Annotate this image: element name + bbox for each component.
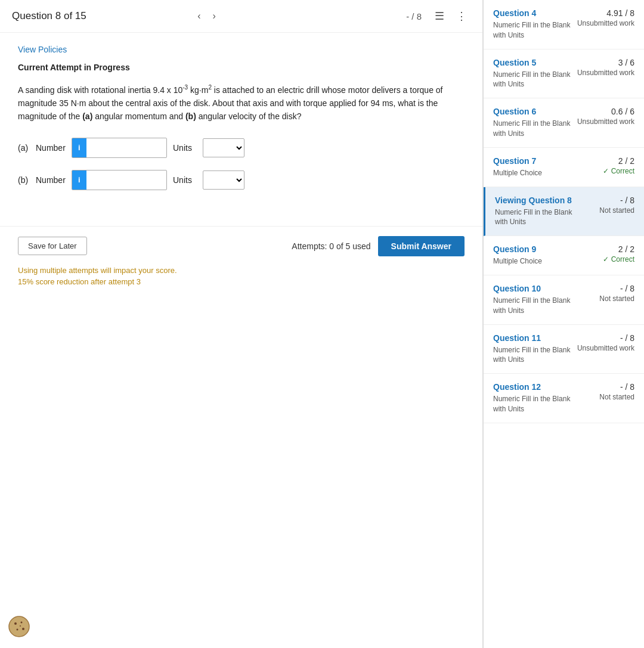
sidebar-q-type-q10: Numeric Fill in the Blank with Units: [493, 296, 581, 316]
svg-point-2: [21, 622, 23, 624]
view-policies-link[interactable]: View Policies: [18, 45, 67, 54]
sidebar-q-title-q12: Question 12: [493, 382, 581, 392]
sidebar-q-title-q4: Question 4: [493, 8, 577, 18]
sidebar-status-q7: ✓ Correct: [581, 167, 634, 175]
question-header: Question 8 of 15 ‹ › - / 8 ☰ ⋮: [0, 0, 482, 33]
part-b-number-input[interactable]: [86, 170, 152, 190]
sidebar-q-title-q10: Question 10: [493, 284, 581, 293]
submit-answer-button[interactable]: Submit Answer: [378, 236, 465, 256]
sidebar-status-q12: Not started: [581, 393, 634, 401]
question-text-part2: kg·m: [188, 85, 208, 95]
question-body: View Policies Current Attempt in Progres…: [0, 33, 482, 214]
next-button[interactable]: ›: [209, 10, 219, 23]
question-bold2: (b): [185, 111, 196, 121]
more-icon-button[interactable]: ⋮: [453, 8, 470, 24]
question-bold1: (a): [82, 111, 92, 121]
part-a-row: (a) Number i Units: [18, 138, 465, 158]
question-exponent1: -3: [182, 84, 188, 91]
sidebar-status-q8: Not started: [581, 206, 634, 215]
sidebar-item-q11[interactable]: Question 11Numeric Fill in the Blank wit…: [484, 325, 644, 374]
sidebar-q-type-q12: Numeric Fill in the Blank with Units: [493, 394, 581, 414]
part-b-number-label: Number: [36, 175, 66, 185]
part-a-info-button[interactable]: i: [72, 138, 86, 157]
warning-line2: 15% score reduction after attempt 3: [18, 276, 465, 288]
sidebar-score-q9: 2 / 2: [581, 244, 634, 254]
sidebar: Question 4Numeric Fill in the Blank with…: [483, 0, 644, 648]
svg-point-4: [17, 629, 18, 631]
sidebar-status-q9: ✓ Correct: [581, 255, 634, 263]
question-title: Question 8 of 15: [12, 10, 189, 22]
sidebar-item-q9[interactable]: Question 9Multiple Choice2 / 2✓ Correct: [484, 236, 644, 275]
sidebar-status-q6: Unsubmitted work: [577, 117, 634, 126]
part-a-number-label: Number: [36, 143, 66, 153]
sidebar-q-type-q9: Multiple Choice: [493, 256, 581, 266]
sidebar-q-type-q4: Numeric Fill in the Blank with Units: [493, 20, 577, 41]
sidebar-score-q8: - / 8: [581, 196, 634, 205]
attempt-warning: Using multiple attempts will impact your…: [18, 265, 465, 288]
sidebar-q-type-q11: Numeric Fill in the Blank with Units: [493, 345, 577, 365]
part-b-info-button[interactable]: i: [72, 170, 86, 190]
sidebar-item-q5[interactable]: Question 5Numeric Fill in the Blank with…: [484, 49, 644, 99]
question-footer: Save for Later Attempts: 0 of 5 used Sub…: [0, 226, 482, 297]
sidebar-q-type-q5: Numeric Fill in the Blank with Units: [493, 70, 577, 90]
part-a-units-label: Units: [173, 143, 197, 153]
attempts-area: Attempts: 0 of 5 used Submit Answer: [292, 236, 465, 256]
sidebar-item-q4[interactable]: Question 4Numeric Fill in the Blank with…: [484, 0, 644, 49]
sidebar-item-q10[interactable]: Question 10Numeric Fill in the Blank wit…: [484, 275, 644, 325]
part-a-units-select[interactable]: [203, 138, 244, 157]
question-text-part1: A sanding disk with rotational inertia 9…: [18, 85, 182, 95]
sidebar-status-q5: Unsubmitted work: [577, 69, 634, 77]
cookie-icon[interactable]: [8, 616, 30, 637]
sidebar-item-q8[interactable]: Viewing Question 8Numeric Fill in the Bl…: [484, 187, 644, 237]
sidebar-item-q6[interactable]: Question 6Numeric Fill in the Blank with…: [484, 98, 644, 148]
part-b-row: (b) Number i Units: [18, 170, 465, 190]
sidebar-score-q11: - / 8: [577, 333, 634, 343]
sidebar-item-q7[interactable]: Question 7Multiple Choice2 / 2✓ Correct: [484, 148, 644, 187]
sidebar-q-title-q7: Question 7: [493, 156, 581, 166]
sidebar-score-q4: 4.91 / 8: [577, 8, 634, 18]
footer-actions: Save for Later Attempts: 0 of 5 used Sub…: [18, 236, 465, 256]
sidebar-status-q11: Unsubmitted work: [577, 344, 634, 352]
sidebar-score-q12: - / 8: [581, 382, 634, 392]
part-a-input-wrapper: i: [72, 138, 167, 158]
part-b-label: (b): [18, 175, 30, 185]
current-attempt-label: Current Attempt in Progress: [18, 63, 465, 72]
part-b-input-wrapper: i: [72, 170, 167, 190]
sidebar-q-title-q5: Question 5: [493, 58, 577, 67]
svg-point-5: [20, 625, 21, 627]
sidebar-q-type-q7: Multiple Choice: [493, 168, 581, 178]
sidebar-score-q10: - / 8: [581, 284, 634, 293]
warning-line1: Using multiple attempts will impact your…: [18, 265, 465, 277]
svg-point-3: [22, 628, 24, 630]
part-a-number-input[interactable]: [86, 138, 152, 157]
sidebar-q-title-q9: Question 9: [493, 244, 581, 254]
main-content: Question 8 of 15 ‹ › - / 8 ☰ ⋮ View Poli…: [0, 0, 483, 648]
part-b-units-label: Units: [173, 175, 197, 185]
header-score: - / 8: [406, 11, 422, 21]
sidebar-status-q4: Unsubmitted work: [577, 19, 634, 27]
sidebar-q-title-q6: Question 6: [493, 107, 577, 116]
sidebar-q-type-q6: Numeric Fill in the Blank with Units: [493, 119, 577, 139]
list-icon-button[interactable]: ☰: [431, 8, 448, 24]
part-b-units-select[interactable]: [203, 170, 244, 190]
sidebar-q-type-q8: Numeric Fill in the Blank with Units: [495, 207, 581, 228]
sidebar-item-q12[interactable]: Question 12Numeric Fill in the Blank wit…: [484, 374, 644, 423]
sidebar-q-title-q8: Viewing Question 8: [495, 196, 581, 205]
sidebar-score-q5: 3 / 6: [577, 58, 634, 67]
sidebar-score-q7: 2 / 2: [581, 156, 634, 166]
part-a-label: (a): [18, 143, 30, 153]
question-text-part5: angular velocity of the disk?: [196, 111, 302, 121]
prev-button[interactable]: ‹: [194, 10, 204, 23]
sidebar-q-title-q11: Question 11: [493, 333, 577, 343]
question-text: A sanding disk with rotational inertia 9…: [18, 83, 465, 123]
sidebar-score-q6: 0.6 / 6: [577, 107, 634, 116]
svg-point-1: [14, 622, 17, 625]
question-text-part4: angular momentum and: [92, 111, 185, 121]
save-later-button[interactable]: Save for Later: [18, 237, 87, 255]
svg-point-0: [9, 616, 29, 637]
attempts-text: Attempts: 0 of 5 used: [292, 241, 370, 251]
sidebar-status-q10: Not started: [581, 294, 634, 303]
